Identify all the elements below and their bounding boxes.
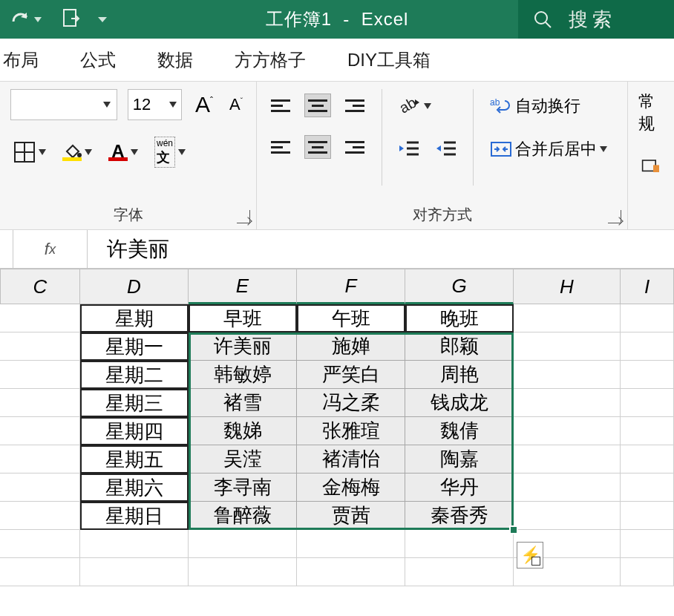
cell[interactable]: 褚清怡: [297, 445, 405, 474]
cell[interactable]: [0, 332, 80, 361]
cell[interactable]: 秦香秀: [405, 502, 514, 530]
cell[interactable]: 金梅梅: [297, 474, 405, 502]
cell[interactable]: [621, 530, 674, 558]
cell[interactable]: 魏倩: [405, 417, 514, 445]
cell[interactable]: 周艳: [405, 361, 514, 389]
align-middle-button[interactable]: [304, 94, 331, 117]
cell[interactable]: [514, 445, 621, 474]
cell[interactable]: [0, 474, 80, 502]
align-center-button[interactable]: [304, 135, 331, 159]
col-header-I[interactable]: I: [621, 269, 674, 304]
tab-data[interactable]: 数据: [157, 48, 193, 72]
cell[interactable]: 午班: [297, 304, 405, 332]
cell[interactable]: 晚班: [405, 304, 514, 332]
cell[interactable]: [0, 304, 80, 332]
tab-fangfang[interactable]: 方方格子: [235, 48, 306, 72]
cell[interactable]: 星期日: [80, 502, 189, 530]
cell[interactable]: 严笑白: [297, 361, 405, 389]
fx-label[interactable]: fx: [13, 230, 88, 268]
increase-indent-button[interactable]: [433, 137, 459, 160]
formula-value[interactable]: 许美丽: [88, 235, 189, 263]
font-dialog-launcher[interactable]: [237, 210, 250, 223]
align-left-button[interactable]: [267, 135, 294, 159]
cell[interactable]: 冯之柔: [297, 389, 405, 417]
cell[interactable]: 李寻南: [189, 474, 297, 502]
tab-diy[interactable]: DIY工具箱: [347, 48, 431, 72]
col-header-H[interactable]: H: [514, 269, 621, 304]
cell[interactable]: [621, 332, 674, 361]
alignment-dialog-launcher[interactable]: [608, 210, 621, 223]
cell[interactable]: [189, 530, 297, 558]
number-format-select[interactable]: 常规: [638, 91, 662, 135]
cell[interactable]: 星期三: [80, 389, 189, 417]
cell[interactable]: [405, 558, 514, 586]
cell[interactable]: [514, 389, 621, 417]
cell[interactable]: [514, 361, 621, 389]
merge-center-button[interactable]: 合并后居中: [487, 137, 610, 162]
cell[interactable]: 星期四: [80, 417, 189, 445]
cell[interactable]: 星期二: [80, 361, 189, 389]
cell[interactable]: [514, 502, 621, 530]
phonetic-button[interactable]: wén文: [151, 135, 189, 169]
cell[interactable]: [621, 502, 674, 530]
cell[interactable]: 魏娣: [189, 417, 297, 445]
cell[interactable]: [297, 530, 405, 558]
cell[interactable]: [621, 304, 674, 332]
borders-button[interactable]: [10, 140, 49, 165]
cell[interactable]: [0, 389, 80, 417]
spreadsheet[interactable]: C D E F G H I 星期 早班 午班 晚班 星期一 许美丽 施婵 郎颖: [0, 269, 674, 586]
export-button[interactable]: [58, 7, 85, 32]
font-color-button[interactable]: A: [105, 142, 141, 163]
cell[interactable]: 施婵: [297, 332, 405, 361]
table-row[interactable]: 星期 早班 午班 晚班: [0, 304, 674, 332]
qat-more-icon[interactable]: [98, 17, 107, 22]
autofill-options-button[interactable]: ⚡: [517, 542, 543, 569]
tab-layout[interactable]: 布局: [3, 48, 39, 72]
cell[interactable]: 韩敏婷: [189, 361, 297, 389]
table-row[interactable]: 星期四 魏娣 张雅瑄 魏倩: [0, 417, 674, 445]
cell[interactable]: [621, 361, 674, 389]
tab-formula[interactable]: 公式: [80, 48, 116, 72]
cell[interactable]: 陶嘉: [405, 445, 514, 474]
increase-font-button[interactable]: Aˆ: [192, 91, 216, 119]
table-row[interactable]: [0, 530, 674, 558]
cell[interactable]: 张雅瑄: [297, 417, 405, 445]
cell[interactable]: 褚雪: [189, 389, 297, 417]
table-row[interactable]: [0, 558, 674, 586]
cell[interactable]: 星期五: [80, 445, 189, 474]
decrease-font-button[interactable]: Aˇ: [226, 94, 246, 116]
cell[interactable]: 鲁醉薇: [189, 502, 297, 530]
col-header-E[interactable]: E: [189, 269, 297, 304]
font-size-select[interactable]: 12: [128, 89, 182, 120]
cell[interactable]: [0, 502, 80, 530]
cell[interactable]: [80, 558, 189, 586]
cell[interactable]: [0, 417, 80, 445]
table-row[interactable]: 星期三 褚雪 冯之柔 钱成龙: [0, 389, 674, 417]
cell[interactable]: [621, 389, 674, 417]
cell[interactable]: [0, 445, 80, 474]
cell[interactable]: [0, 558, 80, 586]
cell[interactable]: 吴滢: [189, 445, 297, 474]
accounting-format-button[interactable]: [638, 154, 662, 178]
align-bottom-button[interactable]: [341, 94, 368, 117]
cell[interactable]: [514, 304, 621, 332]
cell[interactable]: 早班: [189, 304, 297, 332]
cell[interactable]: [514, 332, 621, 361]
cell[interactable]: [514, 417, 621, 445]
col-header-F[interactable]: F: [297, 269, 405, 304]
font-name-select[interactable]: [10, 89, 117, 120]
cell[interactable]: [0, 530, 80, 558]
table-row[interactable]: 星期六 李寻南 金梅梅 华丹: [0, 474, 674, 502]
cell[interactable]: 星期一: [80, 332, 189, 361]
col-header-G[interactable]: G: [405, 269, 514, 304]
cell[interactable]: [621, 445, 674, 474]
cell[interactable]: 钱成龙: [405, 389, 514, 417]
table-row[interactable]: 星期二 韩敏婷 严笑白 周艳: [0, 361, 674, 389]
cell[interactable]: 许美丽: [189, 332, 297, 361]
cell[interactable]: [405, 530, 514, 558]
cell[interactable]: [621, 558, 674, 586]
table-row[interactable]: 星期一 许美丽 施婵 郎颖: [0, 332, 674, 361]
col-header-D[interactable]: D: [80, 269, 189, 304]
cell[interactable]: 郎颖: [405, 332, 514, 361]
decrease-indent-button[interactable]: [396, 137, 422, 160]
